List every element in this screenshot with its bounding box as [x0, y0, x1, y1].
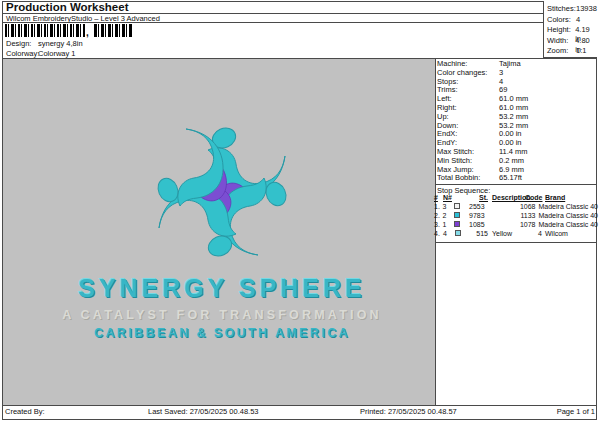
stat-label: Stitches:	[547, 4, 576, 15]
stat-value: 4.19 in	[575, 25, 597, 36]
design-stats-box: Stitches:13938 Colors:4 Height:4.19 in W…	[543, 1, 597, 58]
stat-value: 13938	[576, 4, 597, 15]
stat-row-stitches: Stitches:13938	[547, 4, 597, 15]
barcode: ,	[5, 24, 135, 37]
footer-created-by: Created By:	[5, 407, 45, 416]
col-header-needle: N#	[443, 193, 453, 202]
stat-label: Width:	[547, 36, 575, 47]
barcode-bars-right	[94, 24, 133, 37]
production-worksheet-page: Production Worksheet Wilcom EmbroiderySt…	[0, 0, 600, 424]
col-header-swatch	[453, 193, 466, 202]
machine-row: Color changes:3	[437, 69, 597, 78]
table-row: 3. 1 1085 1078 Madeira Classic 40	[434, 220, 598, 229]
design-title-text: SYNERGY SPHERE	[50, 273, 394, 303]
thread-color-swatch	[454, 203, 460, 209]
colorway-value: Colorway 1	[38, 49, 76, 58]
stat-row-zoom: Zoom:1:1	[547, 46, 597, 57]
stop-sequence-header-row: # N# St. Description Code Brand	[434, 193, 598, 202]
stat-value: 4	[576, 15, 580, 26]
machine-value: 65.17ft	[499, 174, 522, 183]
stat-row-height: Height:4.19 in	[547, 25, 597, 36]
stat-value: 1:1	[576, 46, 586, 57]
design-label: Design:	[6, 39, 38, 48]
machine-info-panel: Machine:Tajima Color changes:3 Stops:4 T…	[437, 60, 597, 183]
stat-row-width: Width:4.80 in	[547, 36, 597, 47]
thread-color-swatch	[455, 230, 461, 236]
barcode-separator: ,	[86, 27, 89, 38]
stop-sequence-divider	[436, 184, 597, 185]
machine-row: Stops:4	[437, 78, 597, 87]
footer-printed: Printed: 27/05/2025 00.48.57	[360, 407, 457, 416]
table-row: 4. 4 515 Yellow 4 Wilcom	[434, 229, 598, 238]
footer-last-saved: Last Saved: 27/05/2025 00.48.53	[148, 407, 259, 416]
stop-sequence-table: # N# St. Description Code Brand 1. 3 255…	[434, 193, 598, 238]
colorway-row: Colorway: Colorway 1	[6, 49, 76, 58]
stop-sequence-bottom-border	[436, 242, 597, 243]
page-title: Production Worksheet	[6, 1, 128, 13]
footer-page-number: Page 1 of 1	[557, 407, 595, 416]
embroidery-swirl-logo	[134, 104, 310, 280]
stat-label: Colors:	[547, 15, 576, 26]
stat-label: Height:	[547, 25, 575, 36]
stat-row-colors: Colors:4	[547, 15, 597, 26]
design-tagline-text: A CATALYST FOR TRANSFORMATION	[50, 308, 394, 322]
col-header-description: Description	[488, 193, 525, 202]
stat-value: 4.80 in	[575, 36, 597, 47]
design-row: Design: synergy 4,8in	[6, 39, 83, 48]
header-divider-2	[2, 22, 543, 23]
stat-label: Zoom:	[547, 46, 576, 57]
table-row: 1. 3 2553 1068 Madeira Classic 40	[434, 202, 598, 211]
col-header-code: Code	[525, 193, 542, 202]
machine-row: Total Bobbin:65.17ft	[437, 174, 597, 183]
design-region-text: CARIBBEAN & SOUTH AMERICA	[50, 326, 394, 340]
design-value: synergy 4,8in	[38, 39, 83, 48]
thread-color-swatch	[454, 221, 460, 227]
machine-label: Total Bobbin:	[437, 174, 499, 183]
footer-divider	[2, 405, 597, 406]
table-row: 2. 2 9783 1133 Madeira Classic 40	[434, 211, 598, 220]
col-header-stitches: St.	[466, 193, 488, 202]
colorway-label: Colorway:	[6, 49, 38, 58]
thread-color-swatch	[454, 212, 460, 218]
col-header-brand: Brand	[542, 193, 565, 202]
barcode-bars-left	[5, 24, 85, 37]
col-header-num: #	[434, 193, 443, 202]
